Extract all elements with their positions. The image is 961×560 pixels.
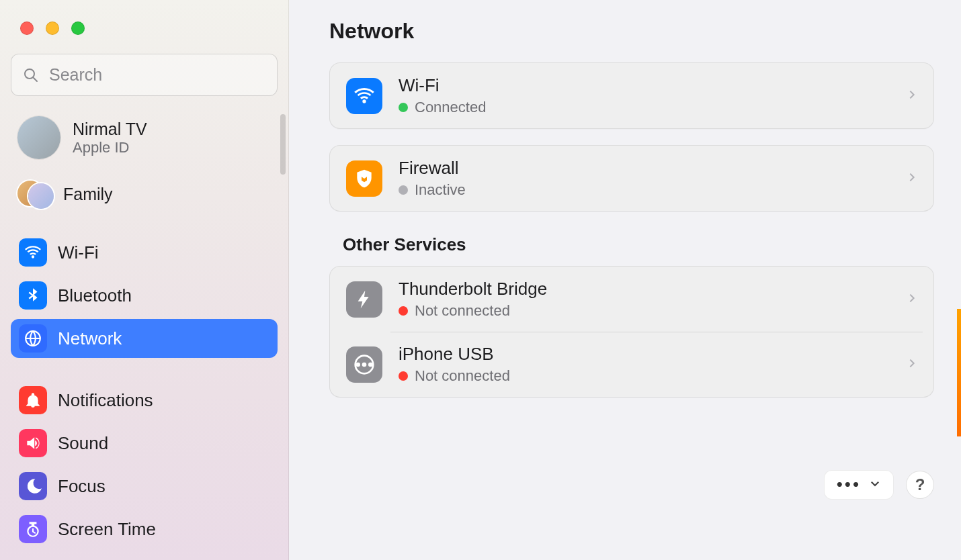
screentime-icon [19, 515, 47, 543]
family-label: Family [63, 185, 113, 204]
zoom-window-button[interactable] [71, 21, 85, 35]
status-dot-icon [399, 103, 408, 112]
sidebar-item-label: Screen Time [58, 519, 156, 540]
status-text: Not connected [415, 302, 510, 320]
thunderbolt-icon [346, 281, 382, 318]
chevron-right-icon [907, 355, 917, 375]
minimize-window-button[interactable] [46, 21, 59, 35]
network-row-status: Not connected [399, 302, 547, 320]
sidebar-item-bluetooth[interactable]: Bluetooth [11, 276, 278, 315]
sidebar-nav: Wi-FiBluetoothNetworkNotificationsSoundF… [11, 233, 278, 560]
sidebar-item-label: Sound [58, 433, 108, 454]
chevron-right-icon [907, 169, 917, 189]
sidebar-scrollbar[interactable] [280, 114, 286, 175]
sidebar-item-notifications[interactable]: Notifications [11, 381, 278, 420]
network-row-title: Thunderbolt Bridge [399, 279, 547, 299]
apple-id-row[interactable]: Nirmal TV Apple ID [11, 112, 278, 163]
page-title: Network [329, 19, 934, 44]
sidebar-item-label: Notifications [58, 390, 153, 411]
sidebar-item-label: Network [58, 328, 122, 349]
firewall-icon [346, 160, 382, 197]
account-subtext: Apple ID [73, 139, 147, 156]
status-text: Inactive [415, 181, 466, 199]
network-row-thunderbolt[interactable]: Thunderbolt BridgeNot connected [330, 267, 933, 332]
network-icon [19, 324, 47, 353]
svg-point-5 [368, 362, 373, 367]
user-avatar [17, 116, 60, 159]
footer-actions: ••• ? [824, 470, 934, 500]
status-dot-icon [399, 371, 408, 381]
sidebar-item-screentime[interactable]: Screen Time [11, 510, 278, 549]
network-row-status: Inactive [399, 181, 466, 199]
svg-line-1 [33, 77, 37, 81]
chevron-right-icon [907, 289, 917, 310]
status-dot-icon [399, 185, 408, 195]
iphoneusb-icon [346, 346, 382, 383]
bluetooth-icon [19, 281, 47, 310]
help-button[interactable]: ? [906, 471, 934, 499]
sound-icon [19, 429, 47, 457]
status-text: Connected [415, 99, 486, 116]
sidebar-item-label: Focus [58, 476, 106, 497]
chevron-down-icon [869, 477, 881, 492]
sidebar-item-label: Wi-Fi [58, 242, 99, 263]
network-row-title: iPhone USB [399, 344, 510, 365]
family-row[interactable]: Family [11, 175, 278, 213]
sidebar-item-sound[interactable]: Sound [11, 424, 278, 463]
status-text: Not connected [415, 367, 510, 385]
main-content: Network Wi-FiConnectedFirewallInactive O… [289, 0, 961, 560]
network-row-status: Connected [399, 99, 486, 116]
svg-point-3 [356, 362, 360, 367]
search-field-wrap [11, 54, 278, 96]
search-input[interactable] [11, 54, 278, 96]
network-card-wifi: Wi-FiConnected [329, 62, 934, 129]
network-card-firewall: FirewallInactive [329, 145, 934, 212]
account-name: Nirmal TV [73, 120, 147, 139]
network-row-firewall[interactable]: FirewallInactive [330, 146, 933, 211]
close-window-button[interactable] [20, 21, 34, 35]
svg-point-4 [362, 362, 367, 367]
network-row-iphoneusb[interactable]: iPhone USBNot connected [330, 332, 933, 397]
window-controls [20, 21, 278, 35]
family-icon [17, 181, 51, 207]
wifi-icon [19, 238, 47, 267]
sidebar: Nirmal TV Apple ID Family Wi-FiBluetooth… [0, 0, 289, 560]
wifi-icon [346, 78, 382, 114]
network-row-title: Wi-Fi [399, 75, 486, 96]
focus-icon [19, 472, 47, 500]
network-row-title: Firewall [399, 158, 466, 179]
sidebar-item-wifi[interactable]: Wi-Fi [11, 233, 278, 272]
more-actions-button[interactable]: ••• [824, 470, 894, 500]
network-row-status: Not connected [399, 367, 510, 385]
status-dot-icon [399, 306, 408, 316]
sidebar-item-focus[interactable]: Focus [11, 467, 278, 506]
sidebar-item-label: Bluetooth [58, 285, 132, 306]
network-row-wifi[interactable]: Wi-FiConnected [330, 63, 933, 128]
chevron-right-icon [907, 86, 917, 106]
network-other-list: Thunderbolt BridgeNot connectediPhone US… [329, 266, 934, 398]
notifications-icon [19, 386, 47, 414]
right-edge-strip [957, 0, 961, 560]
search-icon [23, 67, 39, 83]
other-services-heading: Other Services [343, 234, 934, 255]
ellipsis-icon: ••• [837, 479, 861, 490]
sidebar-item-network[interactable]: Network [11, 319, 278, 358]
